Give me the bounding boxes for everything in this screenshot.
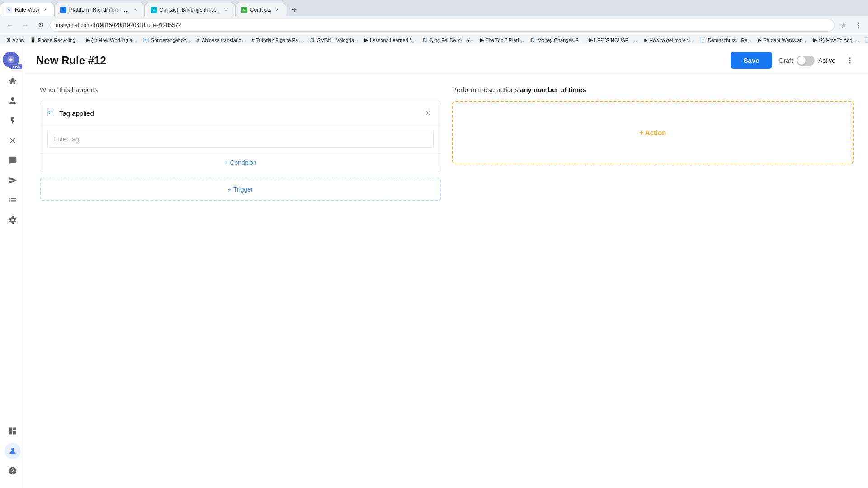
close-icon [8, 136, 17, 145]
flash-icon [8, 116, 17, 125]
bookmark-apps[interactable]: ⊞Apps [4, 36, 26, 44]
bookmark-datenschutz[interactable]: 📄Datenschutz – Re... [697, 36, 755, 44]
when-header: When this happens [40, 86, 441, 94]
main-content: New Rule #12 Save Draft Active [25, 46, 868, 488]
bookmark-star[interactable]: ☆ [837, 19, 850, 32]
bookmark-qing[interactable]: 🎵Qing Fei De Yi – Y... [419, 36, 476, 44]
bookmark-gmsn[interactable]: 🎵GMSN - Vologda... [306, 36, 361, 44]
tab-plattform[interactable]: f Plattform-Richtlinien – Übers... × [54, 3, 145, 16]
tab-label-plat: Plattform-Richtlinien – Übers... [69, 7, 130, 13]
header-actions: Save Draft Active [731, 52, 857, 69]
save-button[interactable]: Save [731, 52, 772, 69]
bookmark-sonder[interactable]: 📧Sonderangebot:... [140, 36, 193, 44]
sidebar-item-home[interactable] [5, 73, 21, 89]
trigger-title: Tag applied [59, 109, 418, 117]
settings-icon [8, 216, 17, 225]
logo-icon [6, 55, 15, 64]
trigger-card: 🏷 Tag applied + Condition [40, 101, 441, 172]
sidebar-item-help[interactable] [5, 463, 21, 479]
add-trigger-box[interactable]: + Trigger [40, 178, 441, 201]
page-title: New Rule #12 [36, 54, 731, 67]
bookmark-lee[interactable]: ▶LEE 'S HOUSE—... [586, 36, 641, 44]
tab-favicon-plat: f [60, 7, 66, 13]
bookmark-tutorial[interactable]: #Tutorial: Eigene Fa... [249, 37, 305, 44]
browser-menu[interactable]: ⋮ [852, 19, 864, 32]
url-text: manychat.com/fb198150208192061​8/rules/1… [56, 22, 181, 28]
tab-contacts[interactable]: C Contacts × [235, 3, 286, 16]
bookmark-more-v[interactable]: ▶How to get more v... [641, 36, 696, 44]
draft-active-toggle[interactable] [797, 56, 815, 66]
tab-bar: R Rule View × f Plattform-Richtlinien – … [0, 0, 868, 16]
tab-favicon-rule: R [6, 7, 12, 13]
svg-point-1 [11, 448, 14, 451]
bookmark-top3[interactable]: ▶The Top 3 Platf... [477, 36, 526, 44]
sidebar-item-contacts[interactable] [5, 93, 21, 109]
sidebar-item-avatar[interactable] [5, 443, 21, 459]
nav-bar: ← → ↻ manychat.com/fb198150208192061​8/r… [0, 16, 868, 34]
add-trigger-button[interactable]: + Trigger [228, 186, 253, 193]
toggle-knob [797, 56, 806, 65]
more-options-button[interactable] [843, 53, 857, 68]
bookmark-working[interactable]: ▶(1) How Working a... [83, 36, 139, 44]
reload-button[interactable]: ↻ [34, 19, 47, 32]
sidebar-item-sequences[interactable] [5, 192, 21, 208]
home-icon [8, 76, 17, 85]
add-action-box[interactable]: + Action [452, 101, 854, 164]
perform-column: Perform these actions any number of time… [452, 86, 854, 477]
when-column: When this happens 🏷 Tag applied [40, 86, 441, 477]
more-vertical-icon [845, 56, 854, 65]
tab-close-contact[interactable]: × [223, 7, 229, 13]
new-tab-button[interactable]: + [288, 4, 301, 16]
bookmark-how-to-add[interactable]: ▶(2) How To Add ... [811, 36, 861, 44]
tab-close-contacts[interactable]: × [274, 7, 280, 13]
close-x-icon [425, 109, 432, 117]
list-icon [8, 196, 17, 205]
bookmark-money[interactable]: 🎵Money Changes E... [527, 36, 585, 44]
sidebar-item-flows[interactable] [5, 113, 21, 129]
add-condition-container: + Condition [40, 153, 441, 172]
tab-rule-view[interactable]: R Rule View × [0, 3, 54, 16]
trigger-body [40, 125, 441, 153]
chat-icon [8, 156, 17, 165]
active-label: Active [818, 57, 835, 64]
trigger-card-header: 🏷 Tag applied [40, 101, 441, 125]
bookmark-download[interactable]: 📄Download - Cooki... [862, 36, 868, 44]
bookmark-phone[interactable]: 📱Phone Recycling... [27, 36, 82, 44]
tab-close-rule[interactable]: × [42, 7, 48, 13]
dashboard-icon [8, 427, 17, 436]
add-action-button[interactable]: + Action [639, 129, 666, 136]
app-container: PRO [0, 46, 868, 488]
back-button[interactable]: ← [4, 19, 16, 32]
perform-header-emphasis: any number of times [520, 86, 586, 94]
bookmarks-bar: ⊞Apps 📱Phone Recycling... ▶(1) How Worki… [0, 34, 868, 46]
send-icon [8, 176, 17, 185]
tab-favicon-contact: C [151, 7, 157, 13]
perform-header: Perform these actions any number of time… [452, 86, 854, 94]
app-header: New Rule #12 Save Draft Active [25, 46, 868, 75]
tab-close-plat[interactable]: × [132, 7, 139, 13]
sidebar-item-settings[interactable] [5, 212, 21, 228]
sidebar-item-tools[interactable] [5, 132, 21, 149]
sidebar-item-messages[interactable] [5, 152, 21, 169]
bookmark-lessons[interactable]: ▶Lessons Learned f... [362, 36, 418, 44]
tab-label-contact: Contact "Bildungsfirma" thro... [160, 7, 220, 13]
draft-label: Draft [779, 57, 793, 64]
tab-label-rule: Rule View [15, 7, 39, 13]
avatar-icon [8, 446, 17, 455]
help-icon [8, 466, 17, 475]
forward-button[interactable]: → [19, 19, 32, 32]
bookmark-chinese[interactable]: #Chinese translatio... [194, 37, 248, 44]
tag-icon: 🏷 [47, 109, 55, 117]
add-condition-button[interactable]: + Condition [224, 159, 256, 166]
tab-favicon-contacts: C [241, 7, 247, 13]
rule-editor: When this happens 🏷 Tag applied [25, 75, 868, 488]
sidebar-item-broadcast[interactable] [5, 172, 21, 188]
tab-contact[interactable]: C Contact "Bildungsfirma" thro... × [145, 3, 235, 16]
url-bar[interactable]: manychat.com/fb198150208192061​8/rules/1… [50, 19, 835, 32]
tag-input[interactable] [47, 131, 434, 148]
trigger-close-button[interactable] [423, 108, 434, 118]
bookmark-student[interactable]: ▶Student Wants an... [755, 36, 809, 44]
sidebar-logo-wrapper: PRO [3, 52, 22, 69]
sidebar-item-dashboard[interactable] [5, 423, 21, 439]
sidebar-bottom [5, 423, 21, 483]
